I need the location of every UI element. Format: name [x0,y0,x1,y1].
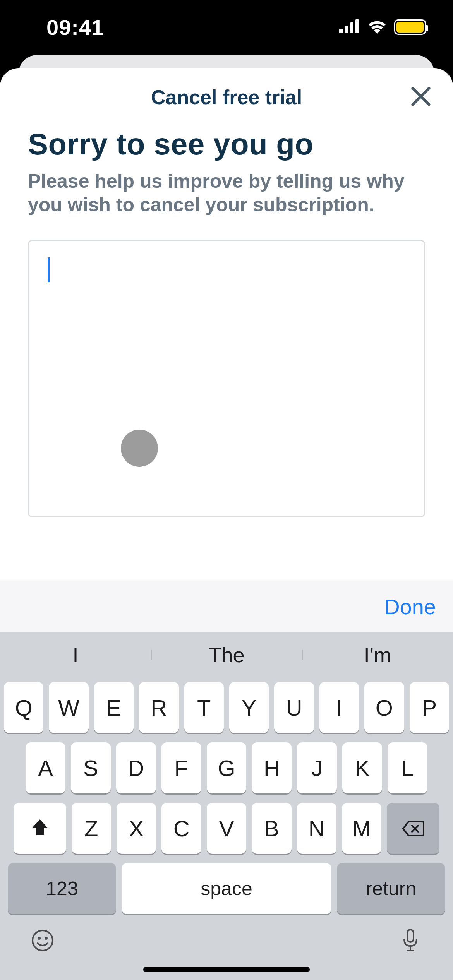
key-i[interactable]: I [319,682,359,733]
key-j[interactable]: J [297,742,337,793]
close-icon [410,86,431,108]
delete-icon [402,816,424,841]
key-u[interactable]: U [274,682,314,733]
key-q[interactable]: Q [4,682,43,733]
key-n[interactable]: N [297,803,336,854]
key-e[interactable]: E [94,682,134,733]
text-cursor [48,257,50,282]
key-d[interactable]: D [116,742,156,793]
page-heading: Sorry to see you go [28,128,425,160]
key-c[interactable]: C [161,803,201,854]
modal-header: Cancel free trial [0,68,453,126]
shift-icon [31,816,49,841]
key-m[interactable]: M [342,803,381,854]
key-r[interactable]: R [139,682,178,733]
suggestion-2[interactable]: The [151,643,302,667]
key-k[interactable]: K [342,742,382,793]
svg-point-5 [38,937,41,940]
key-s[interactable]: S [71,742,111,793]
dictation-button[interactable] [398,929,423,954]
svg-point-4 [33,930,53,951]
status-bar: 09:41 [0,0,453,54]
svg-rect-7 [407,930,414,942]
wifi-icon [367,19,387,35]
keyboard-row-2: A S D F G H J K L [4,742,449,793]
key-delete[interactable] [387,803,439,854]
key-l[interactable]: L [388,742,427,793]
key-x[interactable]: X [117,803,156,854]
key-space[interactable]: space [122,863,331,914]
keyboard-row-3: Z X C V B N M [4,803,449,854]
emoji-icon [31,929,54,953]
keyboard-row-bottom: 123 space return [4,863,449,914]
keyboard: I The I'm Q W E R T Y U I O P A [0,632,453,980]
cellular-icon [339,19,360,35]
keyboard-area: Done I The I'm Q W E R T Y U I O P [0,581,453,980]
status-time: 09:41 [46,15,104,40]
page-subtext: Please help us improve by telling us why… [28,170,425,217]
home-indicator[interactable] [143,967,310,972]
key-shift[interactable] [14,803,66,854]
status-indicators [339,19,426,35]
svg-point-6 [45,937,48,940]
keyboard-suggestions: I The I'm [0,632,453,677]
key-w[interactable]: W [49,682,88,733]
key-t[interactable]: T [184,682,224,733]
key-y[interactable]: Y [229,682,269,733]
svg-rect-3 [355,19,359,33]
key-b[interactable]: B [252,803,291,854]
keyboard-done-button[interactable]: Done [384,594,436,619]
key-f[interactable]: F [161,742,201,793]
close-button[interactable] [407,84,434,111]
keyboard-row-1: Q W E R T Y U I O P [4,682,449,733]
svg-rect-0 [339,29,343,33]
key-v[interactable]: V [207,803,246,854]
svg-rect-1 [345,26,348,33]
svg-rect-2 [350,22,353,33]
cancellation-reason-input[interactable] [28,240,425,517]
modal-title: Cancel free trial [151,86,302,109]
key-z[interactable]: Z [72,803,111,854]
key-a[interactable]: A [26,742,65,793]
keyboard-toolbar: Done [0,581,453,632]
cancel-trial-modal: Cancel free trial Sorry to see you go Pl… [0,68,453,980]
key-return[interactable]: return [337,863,445,914]
key-h[interactable]: H [252,742,292,793]
modal-body: Sorry to see you go Please help us impro… [0,126,453,517]
microphone-icon [402,928,419,954]
key-g[interactable]: G [207,742,247,793]
suggestion-1[interactable]: I [0,643,151,667]
touch-indicator [121,430,158,467]
keyboard-footer [0,914,453,968]
key-p[interactable]: P [410,682,449,733]
key-numbers[interactable]: 123 [8,863,116,914]
key-o[interactable]: O [364,682,404,733]
suggestion-3[interactable]: I'm [302,643,453,667]
emoji-button[interactable] [30,929,55,954]
battery-icon [394,19,426,35]
